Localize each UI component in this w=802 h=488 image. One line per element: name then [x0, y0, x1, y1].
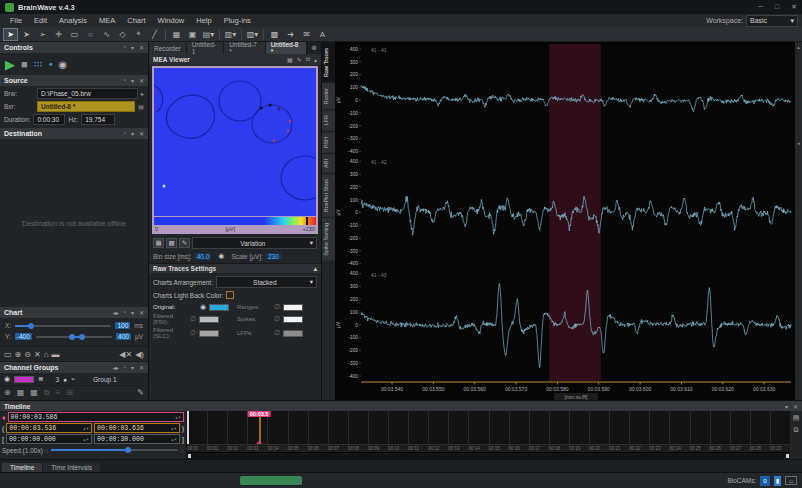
- mea-layout-icon[interactable]: ∶∶∶: [34, 60, 43, 69]
- select-cursor-icon[interactable]: ➤: [3, 28, 18, 41]
- chart-tab-abi[interactable]: ABI: [322, 153, 335, 173]
- eye-icon[interactable]: ◉: [4, 375, 10, 383]
- stepper-icon[interactable]: ▴▾: [171, 425, 177, 432]
- collapse-icon[interactable]: ▴: [314, 265, 317, 273]
- selected-electrode-dot[interactable]: [268, 103, 271, 106]
- select-cursor-alt-icon[interactable]: ➤: [19, 28, 34, 41]
- y-min-value[interactable]: -400: [15, 333, 32, 340]
- marked-electrode-dot[interactable]: [287, 130, 290, 133]
- import-group-icon[interactable]: ▦: [17, 388, 25, 398]
- scroll-left-handle[interactable]: [188, 454, 191, 458]
- menu-item-plugins[interactable]: Plug-ins: [218, 16, 257, 25]
- eye-off-icon[interactable]: ∅: [190, 315, 196, 323]
- ellipse-select-icon[interactable]: ○: [83, 28, 98, 41]
- grid-icon[interactable]: ▦: [287, 56, 293, 63]
- pointer-tool-icon[interactable]: ➔: [283, 28, 298, 41]
- mea-activity-map[interactable]: [154, 68, 316, 216]
- trace-color-swatch[interactable]: [209, 304, 229, 311]
- eye-icon[interactable]: ◉: [200, 303, 206, 311]
- file-icon[interactable]: ▤: [138, 103, 144, 110]
- collapse-left-icon[interactable]: ◂: [797, 140, 800, 146]
- raw-traces-settings-header[interactable]: Raw Traces Settings ▴: [149, 263, 321, 273]
- close-button[interactable]: ✕: [791, 3, 797, 11]
- rect-zoom-icon[interactable]: ▭: [4, 350, 12, 359]
- layout-dropdown-icon[interactable]: ▤▾: [201, 28, 216, 41]
- mea-viewer[interactable]: 0 [μV] +230: [152, 66, 318, 234]
- timeline-cursor-badge[interactable]: 00:03.5: [248, 411, 271, 417]
- close-icon[interactable]: ✕: [139, 44, 144, 51]
- collapse-left-icon[interactable]: ◂▸: [113, 309, 119, 316]
- stepper-icon[interactable]: ▴▾: [171, 436, 177, 443]
- grid-view-alt-icon[interactable]: ▣: [185, 28, 200, 41]
- export-group-icon[interactable]: ▦: [30, 388, 38, 398]
- tab-untitled-1[interactable]: Untitled-1: [187, 42, 224, 54]
- layout2-dropdown-icon[interactable]: ▥▾: [223, 28, 238, 41]
- mail-tool-icon[interactable]: ✉: [299, 28, 314, 41]
- raw-traces-svg[interactable]: 4003002001000-100-200-300-400μV41 - 4140…: [335, 42, 795, 400]
- chart-tab-psh[interactable]: PSH: [322, 131, 335, 153]
- eye-off-icon[interactable]: ∅: [274, 303, 280, 311]
- arrangement-select[interactable]: Stacked▾: [216, 276, 317, 288]
- dock-icon[interactable]: ▫: [124, 130, 126, 137]
- zoom-out-icon[interactable]: ⊖: [24, 350, 31, 359]
- map-mode-icon[interactable]: ▦: [153, 238, 164, 248]
- eye-off-icon[interactable]: ∅: [274, 329, 280, 337]
- collapse-icon[interactable]: ▴: [314, 56, 317, 63]
- marked-electrode-dot[interactable]: [289, 120, 292, 123]
- active-electrode-dot[interactable]: [163, 185, 166, 188]
- menu-item-mea[interactable]: MEA: [93, 16, 121, 25]
- zoom-in-icon[interactable]: ⊕: [15, 350, 22, 359]
- rect-select-icon[interactable]: ▭: [67, 28, 82, 41]
- bin-size-value[interactable]: 40.0: [195, 253, 212, 260]
- clear-icon[interactable]: ✕: [34, 350, 41, 359]
- stepper-icon[interactable]: ▴▾: [83, 425, 89, 432]
- trace-color-swatch[interactable]: [283, 316, 303, 323]
- eye-off-icon[interactable]: ∅: [274, 315, 280, 323]
- pin-icon[interactable]: ▾: [131, 130, 134, 137]
- menu-item-file[interactable]: File: [4, 16, 28, 25]
- collapse-left-icon[interactable]: ◂▸: [113, 364, 119, 371]
- workspace-select[interactable]: Basic▾: [746, 15, 798, 27]
- selection-start-field[interactable]: 00:00:03.536▴▾: [6, 423, 92, 433]
- x-window-value[interactable]: 100: [115, 322, 130, 329]
- speed-slider[interactable]: [51, 449, 178, 451]
- add-group-icon[interactable]: ⊕: [4, 388, 11, 398]
- menu-item-chart[interactable]: Chart: [121, 16, 151, 25]
- chart-tab-spike-sorting[interactable]: Spike Sorting: [322, 217, 335, 261]
- group-name[interactable]: Group 1: [93, 376, 117, 383]
- edit-icon[interactable]: ✎: [297, 56, 302, 63]
- dock-icon[interactable]: ▫: [124, 44, 126, 51]
- speaker-icon[interactable]: ◀): [135, 350, 144, 359]
- timeline-copy-icon[interactable]: ⧉: [794, 426, 799, 434]
- pin-icon[interactable]: ▾: [131, 364, 134, 371]
- trace-color-swatch[interactable]: [199, 316, 219, 323]
- play-button[interactable]: ▶: [5, 58, 15, 71]
- tab-untitled-7-[interactable]: Untitled-7 *: [224, 42, 266, 54]
- mute-icon[interactable]: ◀✕: [119, 350, 132, 359]
- chart-tab-boxplot-stats[interactable]: BoxPlot Stats: [322, 173, 335, 217]
- raw-traces-plot[interactable]: 4003002001000-100-200-300-400μV41 - 4140…: [335, 42, 795, 400]
- chart-tab-raster[interactable]: Raster: [322, 82, 335, 109]
- cursor-time-field[interactable]: 00:00:03.586▴▾: [8, 412, 184, 422]
- selection-end-field[interactable]: 00:00:03.636▴▾: [94, 423, 180, 433]
- record-button[interactable]: ◉: [59, 59, 68, 70]
- scale-value[interactable]: 230: [266, 253, 281, 260]
- dock-tab-time-intervals[interactable]: Time Intervals: [43, 463, 100, 472]
- menu-item-window[interactable]: Window: [152, 16, 191, 25]
- trace-color-swatch[interactable]: [199, 330, 219, 337]
- stop-button[interactable]: ■: [21, 59, 28, 70]
- pin-icon[interactable]: ▾: [785, 403, 788, 410]
- tab-recorder[interactable]: Recorder: [149, 42, 187, 54]
- pin-icon[interactable]: ▾: [131, 77, 134, 84]
- tab-close-icon[interactable]: ⊗: [307, 42, 321, 54]
- trace-color-swatch[interactable]: [283, 330, 303, 337]
- freehand-select-icon[interactable]: ∿: [99, 28, 114, 41]
- move-tool-icon[interactable]: ✛: [51, 28, 66, 41]
- range-start-field[interactable]: 00:00:00.000▴▾: [6, 434, 92, 444]
- monitor-icon[interactable]: ▭: [785, 476, 797, 485]
- tab-untitled-8-[interactable]: Untitled-8 *: [266, 42, 308, 54]
- timeline-track[interactable]: 00:03.5: [187, 411, 790, 444]
- close-icon[interactable]: ✕: [139, 130, 144, 137]
- close-icon[interactable]: ✕: [793, 403, 798, 410]
- pill-icon[interactable]: ▬: [52, 350, 60, 359]
